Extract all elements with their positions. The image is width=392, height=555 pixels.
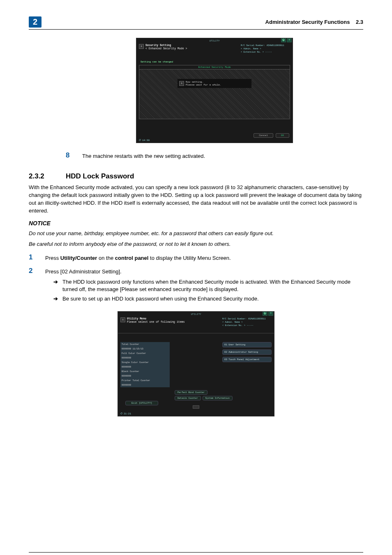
counter-panel: Total Counter 0000000 11/15/13 Full Colo… [120,342,170,387]
serial-line: M/C Serial Number: A5AW011000011 [241,44,290,47]
arrow-icon: ➔ [53,278,62,294]
arrow-icon: ➔ [53,295,62,303]
counter-row: Full Color Counter [120,351,170,356]
page-footer: 2-10 bizhub PRESS C1100/C1085 [29,552,363,555]
section-title: HDD Lock Password [66,172,134,180]
touch-panel-adjust-button[interactable]: 03 Touch Panel Adjustment [222,357,272,362]
page-header: 2 Administrator Security Functions 2.3 [29,16,363,30]
ok-button[interactable]: OK [276,133,289,138]
enhanced-mode-label: Enhanced Security Mode [139,65,290,69]
setting-changed-label: Setting can be changed [139,60,290,64]
help-icon: ? [287,38,292,42]
panel-title-2: < Enhanced Security Mode > [145,47,187,51]
details-counter-button[interactable]: Details Counter [175,396,201,400]
notice-heading: NOTICE [29,220,363,227]
panel-utility-label: UTILITY [136,38,293,42]
exit-utility-button[interactable]: Exit [UTILITY] [125,401,158,405]
power-icon: ⏻ [263,312,267,316]
panel-time: 14:38 [139,139,150,142]
counter-row: 0000000 [120,383,170,387]
panel-utility-label: UTILITY [118,312,274,316]
step-number-8: 8 [66,151,82,160]
info-icon: i [139,44,144,49]
power-icon: ⏻ [281,38,286,42]
now-setting-line2: Please wait for a while. [186,83,221,86]
step-number-2: 2 [29,267,45,305]
counter-row: 0000000 [120,374,170,378]
step-2-sub1: The HDD lock password only functions whe… [62,278,363,294]
section-number: 2.3.2 [29,172,66,180]
user-setting-button[interactable]: 01 User Setting [222,342,272,347]
panel-utility-menu: ⏻ ? UTILITY i Utility Menu Please select… [118,311,274,416]
step-2-text: Press [02 Administrator Setting]. ➔ The … [45,267,363,305]
perfect-bind-counter-button[interactable]: Perfect Bind Counter [175,390,208,395]
keyboard-icon [193,405,199,409]
counter-row: Black Counter [120,369,170,374]
panel-security-setting: ⏻ ? UTILITY i Security Setting < Enhance… [136,38,293,143]
counter-row: 0000000 [120,356,170,360]
step-1-text: Press Utility/Counter on the control pan… [45,253,363,262]
header-title: Administrator Security Functions 2.3 [265,19,363,25]
counter-row: 0000000 [120,365,170,369]
section-paragraph: With the Enhanced Security mode activate… [29,184,363,215]
cancel-button[interactable]: Cancel [254,133,273,138]
info-icon: i [120,317,125,322]
panel-title-1: Security Setting [145,44,187,47]
ext-line: < Extension No. > ----- [222,324,272,327]
panel-title-2: Please select one of following items [127,321,184,324]
now-setting-line1: Now setting. [186,81,221,83]
admin-line: < Admin. Name > [241,47,290,51]
admin-line: < Admin. Name > [222,321,272,324]
counter-row: Printer Total Counter [120,378,170,383]
ext-line: < Extension No. > ----- [241,51,290,54]
notice-line-2: Be careful not to inform anybody else of… [29,240,363,248]
step-8-text: The machine restarts with the new settin… [82,151,363,160]
step-2-sub2: Be sure to set up an HDD lock password w… [62,295,259,303]
panel-title-1: Utility Menu [127,317,184,321]
help-icon: ? [268,312,273,316]
info-icon: i [179,81,184,86]
chapter-number: 2 [29,16,42,28]
counter-row: 0000000 11/15/13 [120,347,170,351]
notice-line-1: Do not use your name, birthday, employee… [29,230,363,238]
panel-time: 21:21 [120,412,131,415]
now-setting-popup: i Now setting. Please wait for a while. [178,79,251,88]
system-information-button[interactable]: System Information [203,396,233,400]
counter-row: Total Counter [120,342,170,347]
administrator-setting-button[interactable]: 02 Administrator Setting [222,349,272,355]
step-number-1: 1 [29,253,45,262]
serial-line: M/C Serial Number: A5AW011000011 [222,317,272,321]
section-heading: 2.3.2 HDD Lock Password [29,172,363,180]
hatched-area: Enhanced Security Mode i Now setting. Pl… [139,65,290,119]
counter-row: Single Color Counter [120,360,170,365]
